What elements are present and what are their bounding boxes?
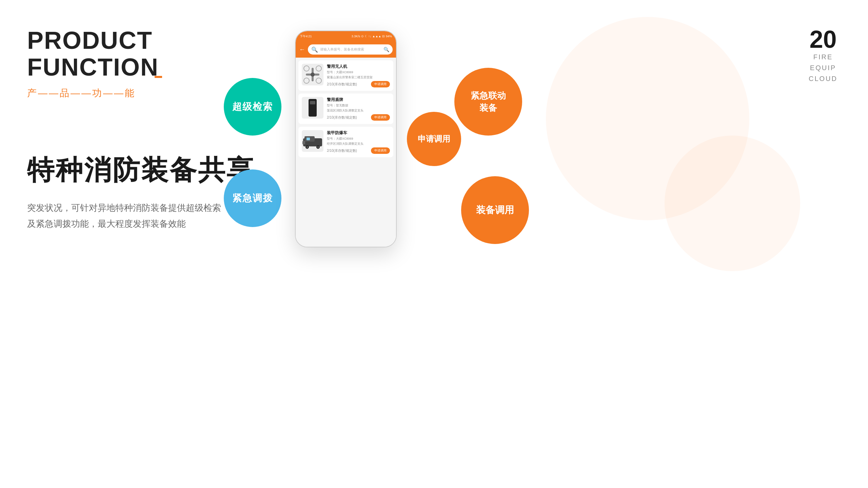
drone-svg bbox=[302, 64, 323, 85]
equipment-info-truck: 装甲防爆车 型号：大疆XC8069 经开区消防大队调整定支头 2/10(库存数/… bbox=[327, 130, 390, 154]
shield-svg bbox=[306, 98, 319, 117]
equip-name-0: 警用无人机 bbox=[327, 64, 390, 69]
title-line2: FUNCTION bbox=[27, 54, 159, 81]
truck-svg bbox=[302, 133, 323, 149]
equip-location-1: 莲花区消防大队调整定支头 bbox=[327, 108, 390, 113]
status-battery: 94% bbox=[386, 35, 392, 38]
circle-emergency-linkage[interactable]: 紧急联动装备 bbox=[454, 68, 522, 136]
circle-urgent-dispatch-label: 紧急调拨 bbox=[232, 192, 273, 205]
circle-super-search[interactable]: 超级检索 bbox=[224, 78, 281, 136]
phone-mockup-container: 下午4:21 3.3K/s ⊙ ☾ ↑↓ ▲▲▲ ⊟ 94% ← 🔍 请输入单据… bbox=[295, 30, 400, 251]
equip-count-0: 2/10(库存数/规定数) bbox=[327, 82, 357, 87]
equipment-info-shield: 警用盾牌 型号：暂无数据 莲花区消防大队调整定支头 2/10(库存数/规定数) … bbox=[327, 97, 390, 121]
equip-model-1: 型号：暂无数据 bbox=[327, 103, 390, 108]
svg-rect-11 bbox=[307, 138, 310, 140]
svg-point-4 bbox=[316, 66, 321, 71]
equipment-item-truck: 装甲防爆车 型号：大疆XC8069 经开区消防大队调整定支头 2/10(库存数/… bbox=[298, 127, 393, 157]
equip-model-2: 型号：大疆XC8069 bbox=[327, 137, 390, 141]
page-number: 20 bbox=[809, 27, 837, 52]
circle-equip-dispatch-label: 装备调用 bbox=[476, 204, 514, 217]
equipment-list: 警用无人机 型号：大疆XC8069 紫蓬山派出所警务室二楼五层货架 2/10(库… bbox=[296, 58, 396, 247]
equipment-img-shield bbox=[302, 97, 323, 119]
page-number-area: 20 FIREEQUIPCLOUD bbox=[809, 27, 837, 84]
svg-point-6 bbox=[316, 78, 321, 83]
equipment-img-drone bbox=[302, 64, 323, 85]
circle-emergency-linkage-label: 紧急联动装备 bbox=[471, 89, 506, 114]
bg-decoration-circle-2 bbox=[665, 136, 800, 271]
svg-point-3 bbox=[304, 66, 309, 71]
status-time: 下午4:21 bbox=[300, 34, 312, 39]
equip-footer-0: 2/10(库存数/规定数) 申请调用 bbox=[327, 81, 390, 87]
title-underline-decoration bbox=[155, 76, 162, 78]
description-text: 突发状况，可针对异地特种消防装备提供超级检索及紧急调拨功能，最大程度发挥装备效能 bbox=[27, 200, 224, 232]
search-bar[interactable]: 🔍 请输入单据号、装备名称搜索 🔍 bbox=[308, 44, 393, 55]
apply-btn-1[interactable]: 申请调用 bbox=[371, 114, 390, 121]
equip-count-1: 2/10(库存数/规定数) bbox=[327, 115, 357, 120]
svg-point-5 bbox=[304, 78, 309, 83]
equipment-img-truck bbox=[302, 130, 323, 152]
equip-count-2: 2/10(库存数/规定数) bbox=[327, 148, 357, 153]
equip-name-2: 装甲防爆车 bbox=[327, 130, 390, 136]
title-line2-wrapper: FUNCTION bbox=[27, 54, 159, 81]
svg-point-15 bbox=[317, 146, 319, 148]
search-icon: 🔍 bbox=[311, 46, 318, 53]
product-title: PRODUCT FUNCTION bbox=[27, 27, 264, 81]
circle-super-search-label: 超级检索 bbox=[232, 100, 273, 113]
apply-btn-0[interactable]: 申请调用 bbox=[371, 81, 390, 87]
page-label-fire: FIREEQUIPCLOUD bbox=[809, 52, 837, 84]
equipment-item-shield: 警用盾牌 型号：暂无数据 莲花区消防大队调整定支头 2/10(库存数/规定数) … bbox=[298, 94, 393, 124]
svg-point-2 bbox=[311, 73, 315, 77]
equipment-info-drone: 警用无人机 型号：大疆XC8069 紫蓬山派出所警务室二楼五层货架 2/10(库… bbox=[327, 64, 390, 87]
equip-footer-1: 2/10(库存数/规定数) 申请调用 bbox=[327, 114, 390, 121]
status-network: 3.3K/s bbox=[352, 35, 360, 38]
search-placeholder: 请输入单据号、装备名称搜索 bbox=[320, 47, 381, 52]
circle-apply-label: 申请调用 bbox=[418, 134, 450, 144]
equipment-item-drone: 警用无人机 型号：大疆XC8069 紫蓬山派出所警务室二楼五层货架 2/10(库… bbox=[298, 60, 393, 91]
equip-model-0: 型号：大疆XC8069 bbox=[327, 70, 390, 75]
back-button[interactable]: ← bbox=[299, 46, 305, 53]
apply-btn-2[interactable]: 申请调用 bbox=[371, 147, 390, 154]
svg-point-13 bbox=[307, 146, 308, 148]
status-icons: ⊙ ☾ ↑↓ ▲▲▲ ⊟ bbox=[361, 35, 385, 38]
equip-name-1: 警用盾牌 bbox=[327, 97, 390, 103]
equip-location-2: 经开区消防大队调整定支头 bbox=[327, 142, 390, 146]
title-line1: PRODUCT bbox=[27, 27, 264, 54]
phone-mockup: 下午4:21 3.3K/s ⊙ ☾ ↑↓ ▲▲▲ ⊟ 94% ← 🔍 请输入单据… bbox=[295, 30, 397, 247]
equip-footer-2: 2/10(库存数/规定数) 申请调用 bbox=[327, 147, 390, 154]
svg-rect-16 bbox=[302, 141, 305, 144]
svg-rect-8 bbox=[310, 101, 315, 104]
status-bar: 下午4:21 3.3K/s ⊙ ☾ ↑↓ ▲▲▲ ⊟ 94% bbox=[296, 31, 396, 41]
circle-urgent-dispatch[interactable]: 紧急调拨 bbox=[224, 169, 281, 227]
equip-location-0: 紫蓬山派出所警务室二楼五层货架 bbox=[327, 75, 390, 80]
circle-apply[interactable]: 申请调用 bbox=[407, 112, 461, 166]
nav-bar: ← 🔍 请输入单据号、装备名称搜索 🔍 bbox=[296, 41, 396, 58]
search-submit-icon[interactable]: 🔍 bbox=[383, 47, 389, 52]
circle-equip-dispatch[interactable]: 装备调用 bbox=[461, 176, 529, 244]
status-right: 3.3K/s ⊙ ☾ ↑↓ ▲▲▲ ⊟ 94% bbox=[352, 35, 392, 38]
